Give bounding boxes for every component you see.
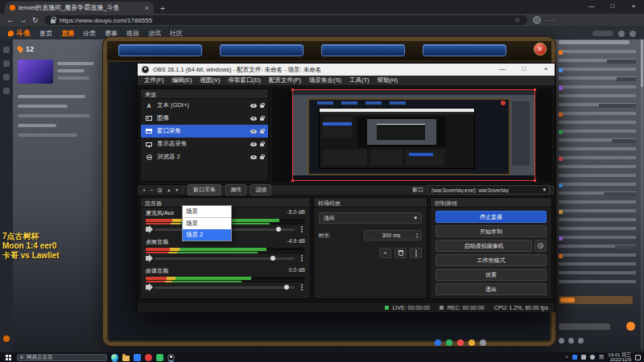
source-item-text[interactable]: A 文本 (GDI+) [141, 99, 268, 112]
exit-button[interactable]: 退出 [436, 283, 547, 295]
browser-minimize-button[interactable]: — [581, 0, 602, 14]
browser-menu-icon[interactable]: ··· [547, 17, 555, 24]
source-lock-icon[interactable] [260, 156, 264, 159]
emoji-icon[interactable] [559, 338, 564, 343]
start-button[interactable] [6, 355, 8, 357]
virtual-camera-button[interactable]: 启动虚拟摄像机 [436, 240, 532, 252]
banner-slot[interactable] [321, 44, 405, 56]
page-scrollbar-thumb[interactable] [641, 39, 643, 87]
forward-icon[interactable]: → [19, 16, 27, 24]
source-item-browser[interactable]: 浏览器 2 [141, 150, 268, 163]
stream-card[interactable] [18, 60, 101, 87]
ime-indicator[interactable]: 简 [599, 354, 605, 361]
left-chat-messages[interactable] [18, 95, 101, 137]
obs-title-bar[interactable]: OBS 26.1.1 (64-bit, windows) - 配置文件: 未命名… [138, 64, 555, 76]
channel-menu-icon[interactable] [301, 286, 303, 288]
menu-tools[interactable]: 工具(T) [349, 76, 369, 84]
menu-scene-collection[interactable]: 场景集合(S) [309, 76, 341, 84]
dropdown-value[interactable]: 场景 [183, 206, 231, 218]
preview-canvas[interactable] [272, 88, 552, 182]
taskbar-music-icon[interactable] [145, 354, 152, 361]
volume-slider[interactable] [155, 257, 295, 260]
quick-icon-gray[interactable] [480, 339, 486, 346]
rail-home-icon[interactable] [3, 47, 10, 53]
visibility-icon[interactable] [250, 117, 257, 121]
rail-history-icon[interactable] [3, 74, 10, 80]
spin-down-icon[interactable]: ▼ [415, 236, 419, 239]
menu-view[interactable]: 视图(V) [200, 76, 221, 84]
stop-stream-button[interactable]: 停止直播 [436, 211, 547, 223]
remove-source-button[interactable]: − [150, 187, 153, 193]
visibility-icon[interactable] [250, 130, 257, 134]
message-icon[interactable] [618, 31, 625, 37]
quick-icon-red[interactable] [457, 339, 464, 346]
chat-panel-tabs[interactable] [559, 40, 630, 44]
new-tab-button[interactable]: + [160, 4, 165, 13]
move-source-up-button[interactable]: ▲ [167, 187, 171, 192]
duration-input[interactable]: 300 ms ▲▼ [364, 230, 422, 241]
taskbar-clock[interactable]: 19:01 周三 2022/11/9 [608, 352, 631, 362]
browser-maximize-button[interactable]: □ [602, 0, 623, 14]
refresh-icon[interactable]: ↻ [32, 16, 39, 24]
nav-item-home[interactable]: 首页 [39, 29, 52, 38]
scene-select-dropdown[interactable]: 场景 场景 场景 2 [182, 205, 232, 241]
add-transition-button[interactable]: + [379, 248, 391, 258]
gift-icon[interactable] [568, 338, 574, 343]
obs-minimize-button[interactable]: — [493, 64, 511, 76]
visibility-icon[interactable] [250, 155, 257, 159]
menu-profile[interactable]: 配置文件(P) [269, 76, 301, 84]
source-item-image[interactable]: 图像 [141, 112, 268, 125]
tray-volume-icon[interactable] [581, 355, 586, 360]
dropdown-option-scene[interactable]: 场景 [183, 218, 231, 229]
taskbar-app-icon[interactable] [134, 354, 141, 361]
transition-select[interactable]: 淡出 ▾ [319, 212, 422, 224]
rail-activity-icon[interactable] [3, 335, 10, 342]
bookmark-star-icon[interactable]: ☆ [514, 16, 520, 24]
menu-edit[interactable]: 编辑(E) [172, 76, 192, 84]
frame-close-button[interactable]: × [534, 43, 547, 56]
remove-transition-button[interactable] [394, 248, 407, 258]
profile-avatar[interactable] [533, 16, 541, 24]
visibility-icon[interactable] [250, 104, 257, 108]
nav-item-live[interactable]: 直播 [61, 29, 74, 38]
action-center-icon[interactable] [635, 355, 641, 360]
douyu-logo[interactable]: 斗鱼 [8, 28, 31, 39]
user-avatar-icon[interactable] [630, 31, 636, 37]
start-recording-button[interactable]: 开始录制 [436, 225, 547, 237]
banner-slot[interactable] [118, 44, 202, 56]
source-item-display-capture[interactable]: 显示器采集 [141, 138, 268, 150]
taskbar-explorer-icon[interactable] [122, 356, 130, 361]
source-lock-icon[interactable] [260, 143, 264, 146]
volume-icon[interactable] [146, 256, 149, 261]
source-lock-icon[interactable] [260, 105, 264, 108]
source-lock-icon[interactable] [260, 117, 264, 121]
chat-input[interactable] [559, 323, 610, 330]
menu-file[interactable]: 文件(F) [144, 76, 164, 84]
chat-message-list[interactable] [559, 50, 636, 288]
rail-follow-icon[interactable] [3, 60, 10, 67]
quick-icon-blue[interactable] [435, 339, 441, 346]
transition-menu-button[interactable] [410, 248, 422, 258]
filters-button[interactable]: 滤镜 [250, 184, 271, 195]
send-button[interactable] [626, 322, 635, 331]
volume-icon[interactable] [146, 227, 149, 232]
source-settings-icon[interactable] [158, 187, 163, 192]
window-select[interactable]: [war3overlay.exe]: war3overlay ▾ [427, 185, 550, 195]
settings-icon[interactable] [578, 338, 584, 343]
virtual-camera-settings-button[interactable] [535, 240, 547, 252]
tab-close-icon[interactable]: × [145, 4, 149, 12]
taskbar-edge-icon[interactable] [111, 354, 118, 361]
banner-slot[interactable] [220, 44, 303, 56]
tray-security-icon[interactable] [572, 355, 577, 360]
add-source-button[interactable]: + [142, 187, 146, 193]
quick-icon-yellow[interactable] [469, 339, 475, 346]
dropdown-option-scene-2[interactable]: 场景 2 [183, 229, 231, 241]
tray-network-icon[interactable] [590, 355, 595, 360]
address-bar[interactable]: https://www.douyu.com/1786555 ☆ [44, 15, 527, 25]
obs-close-button[interactable]: × [537, 64, 555, 76]
back-icon[interactable]: ← [6, 16, 14, 24]
properties-button[interactable]: 属性 [225, 184, 246, 195]
volume-icon[interactable] [146, 285, 149, 290]
menu-docks[interactable]: 停靠窗口(D) [229, 76, 261, 84]
browser-close-button[interactable]: × [623, 0, 644, 14]
